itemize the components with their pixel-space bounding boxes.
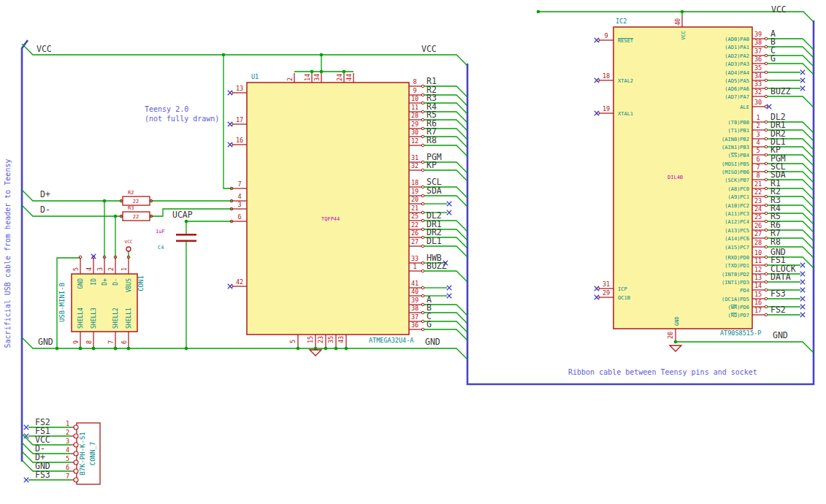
pin-number: 3 — [756, 131, 760, 138]
pin-name: (MOSI)PB5 — [722, 161, 749, 167]
dplus-wire — [22, 190, 123, 201]
no-connect-icon — [800, 313, 805, 317]
pin-number: 32 — [411, 162, 418, 169]
pin-number: 5 — [756, 147, 760, 154]
junction-dot — [127, 347, 131, 351]
note-teensy: (not fully drawn) — [145, 115, 219, 123]
pin-number: 28 — [411, 112, 418, 119]
pin-number: 37 — [754, 47, 762, 55]
schematic-canvas: 8(SS/PCINT0)PB0R19(SCLK/PCINT1)PB1R210(P… — [0, 0, 826, 504]
pin-number: 15 — [307, 336, 314, 343]
pin-number: 44 — [345, 74, 353, 81]
pin-name: GND — [674, 316, 680, 326]
pin-number: 24 — [336, 74, 343, 81]
vcc-rail — [22, 44, 467, 66]
pin-name: XTAL1 — [618, 111, 633, 117]
pin-end — [74, 460, 78, 465]
pin-name: RESET — [618, 38, 634, 44]
junction-dot — [345, 347, 348, 351]
pin-number: 36 — [411, 321, 418, 329]
net-label: G — [427, 319, 432, 329]
c4-value: 1uF — [156, 229, 165, 234]
pin-name: D+ — [102, 278, 108, 286]
no-connect-icon — [800, 288, 805, 292]
junction-dot — [343, 70, 346, 74]
pin-number: 19 — [603, 105, 610, 112]
pin-name: (A10)PC2 — [724, 203, 749, 209]
no-connect-icon — [447, 202, 451, 206]
pin-number: 9 — [413, 87, 416, 94]
vbus-wire — [223, 55, 233, 188]
pin-name: (AD6)PA6 — [724, 86, 749, 92]
pin-number: 7 — [756, 164, 760, 171]
pin-number: 20 — [667, 332, 674, 339]
pin-name: SHELL2 — [112, 308, 119, 329]
resistor-ref: R2 — [128, 190, 134, 196]
pin-number: 25 — [754, 213, 762, 221]
pin-number: 31 — [411, 154, 418, 161]
pin-name: (A14)PC6 — [724, 236, 749, 242]
no-connect-icon — [228, 142, 232, 147]
no-connect-icon — [24, 478, 28, 482]
junction-dot — [222, 53, 226, 57]
u1-body — [247, 83, 409, 335]
pin-name: (RD)PD7 — [727, 313, 749, 318]
pin-number: 8 — [413, 78, 416, 85]
net-label: KP — [427, 160, 437, 170]
junction-dot — [56, 347, 59, 351]
ic2-ref: IC2 — [616, 18, 627, 25]
ground-symbol — [310, 350, 321, 356]
usb-cable-bus — [22, 40, 28, 462]
pin-name: VBUS — [126, 278, 132, 292]
pin-number: 6 — [66, 464, 69, 471]
net-label: DATA — [770, 272, 791, 282]
pin-end — [74, 451, 78, 456]
pin-number: 30 — [754, 99, 762, 106]
pin-number: 14 — [304, 74, 311, 81]
pin-number: 3 — [66, 438, 69, 445]
pin-number: 9 — [72, 340, 80, 344]
pin-number: 16 — [236, 137, 243, 144]
pin-number: 1 — [413, 263, 416, 270]
no-connect-icon — [594, 78, 599, 83]
pin-number: 13 — [754, 274, 762, 281]
pin-number: 38 — [411, 305, 418, 312]
pin-name: (A9)PC1 — [727, 194, 749, 200]
junction-dot — [103, 199, 107, 203]
junction-dot — [320, 70, 324, 74]
pin-name: (AD7)PA7 — [724, 94, 749, 100]
pin-name: (AD3)PA3 — [724, 61, 749, 67]
pin-name: (AD5)PA5 — [724, 78, 749, 84]
junction-dot — [537, 10, 540, 14]
vcc-symbol-label: VCC — [125, 239, 133, 244]
pin-number: 8 — [756, 172, 760, 179]
junction-dot — [185, 220, 188, 224]
ground-symbol — [670, 345, 681, 351]
pin-number: 34 — [313, 74, 321, 81]
no-connect-icon — [594, 38, 599, 42]
pin-end — [74, 434, 78, 438]
net-wire — [424, 271, 467, 282]
no-connect-icon — [594, 295, 599, 299]
pin-number: 29 — [603, 289, 610, 297]
junction-dot — [310, 70, 314, 74]
vcc-label: VCC — [771, 4, 787, 15]
pin-name: (A15)PC7 — [724, 245, 749, 251]
no-connect-icon — [447, 286, 451, 290]
pin-number: 7 — [237, 180, 241, 188]
ic2-value: AT90S8515-P — [720, 329, 761, 337]
pin-end — [74, 443, 78, 447]
pin-name: SHELL3 — [91, 308, 97, 329]
pin-name: (A12)PC4 — [724, 219, 749, 225]
vcc-label: VCC — [37, 44, 52, 54]
net-label: FS3 — [35, 470, 50, 480]
pin-number: 9 — [604, 32, 608, 39]
junction-dot — [297, 347, 300, 351]
no-connect-icon — [800, 86, 805, 91]
note-usb-cable: Sacrificial USB cable from header to Tee… — [4, 159, 12, 348]
pin-number: 22 — [411, 221, 418, 229]
pin-number: 5 — [66, 455, 69, 462]
no-connect-icon — [800, 272, 805, 276]
pin-number: 4 — [85, 267, 93, 271]
pin-number: 22 — [754, 188, 762, 196]
